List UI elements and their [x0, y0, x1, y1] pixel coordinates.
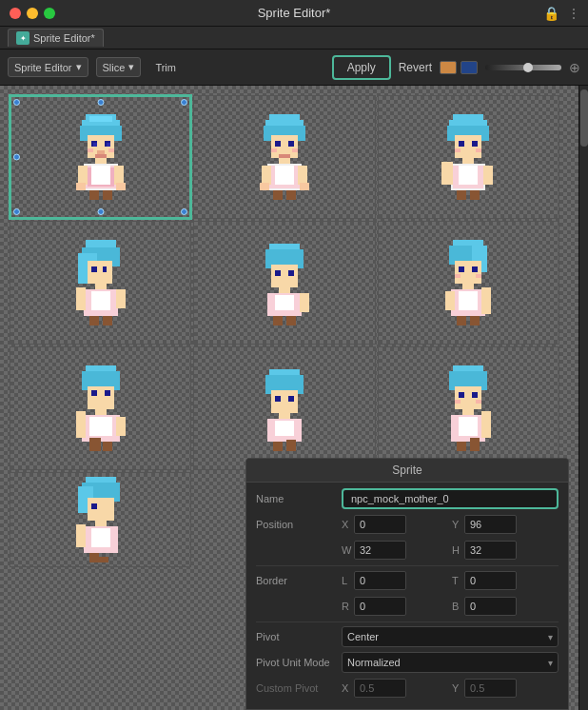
pivot-unit-row: Pivot Unit Mode Normalized ▾ [256, 652, 559, 673]
svg-rect-10 [95, 154, 107, 158]
tab-bar: ✦ Sprite Editor* [0, 27, 588, 49]
trim-button[interactable]: Trim [148, 58, 183, 77]
svg-rect-30 [279, 154, 290, 158]
svg-rect-106 [76, 411, 86, 438]
border-l-input[interactable] [354, 571, 406, 590]
sprite-cell-0[interactable] [10, 95, 191, 219]
position-row: Position X Y [256, 514, 559, 535]
svg-rect-9 [97, 150, 105, 154]
sprite-8-svg [438, 365, 499, 451]
sprite-3-container [10, 222, 190, 344]
canvas-area[interactable]: Sprite Name Position X [0, 86, 578, 710]
sprite-cell-4[interactable] [193, 221, 375, 345]
pivot-unit-label: Pivot Unit Mode [256, 657, 342, 668]
color-box-1[interactable] [440, 61, 457, 74]
custom-pivot-x-input[interactable] [354, 679, 406, 698]
border-b-pair: B [452, 597, 559, 616]
svg-rect-42 [286, 190, 296, 200]
svg-rect-20 [76, 183, 86, 190]
sprite-9-container [10, 473, 190, 566]
svg-rect-57 [457, 190, 466, 200]
sprite-cell-9[interactable] [10, 472, 191, 567]
pivot-row: Pivot Center ▾ [256, 626, 559, 647]
sprite-cell-7[interactable] [193, 346, 375, 470]
name-input[interactable] [342, 488, 559, 509]
svg-rect-31 [271, 148, 277, 152]
scrollbar-thumb[interactable] [580, 89, 588, 147]
pos-x-label: X [342, 519, 351, 530]
custom-pivot-y-input[interactable] [464, 679, 517, 698]
border-l-label: L [342, 575, 351, 586]
svg-rect-103 [95, 409, 107, 415]
pos-h-input[interactable] [464, 541, 517, 560]
slice-dropdown[interactable]: Slice ▾ [96, 57, 142, 77]
color-box-2[interactable] [461, 61, 478, 74]
maximize-button[interactable] [44, 8, 55, 19]
svg-rect-17 [91, 166, 110, 185]
zoom-icon: ⊕ [569, 60, 580, 75]
sprite-cell-6[interactable] [10, 346, 191, 470]
svg-rect-33 [279, 158, 290, 164]
border-b-input[interactable] [464, 597, 517, 616]
sprite-7-container [194, 347, 374, 469]
svg-rect-49 [455, 148, 461, 152]
svg-rect-70 [89, 316, 99, 325]
svg-rect-32 [292, 148, 298, 152]
pivot-unit-select[interactable]: Normalized ▾ [342, 652, 559, 673]
svg-rect-8 [107, 143, 110, 147]
close-button[interactable] [10, 8, 21, 19]
pos-w-input[interactable] [354, 541, 406, 560]
custom-pivot-y-label: Y [452, 682, 461, 694]
svg-rect-81 [273, 316, 283, 325]
svg-rect-88 [472, 266, 478, 272]
tab-sprite-editor[interactable]: ✦ Sprite Editor* [8, 29, 104, 47]
pivot-label: Pivot [256, 631, 342, 642]
props-body: Name Position X Y [246, 483, 568, 709]
size-fields: W H [342, 541, 559, 560]
svg-rect-7 [93, 143, 97, 147]
pos-h-pair: H [452, 541, 559, 560]
revert-button[interactable]: Revert [399, 61, 432, 74]
sprite-cell-8[interactable] [378, 346, 559, 470]
pos-x-input[interactable] [354, 515, 406, 534]
pos-y-input[interactable] [464, 515, 517, 534]
pivot-select[interactable]: Center ▾ [342, 626, 559, 647]
sprite-6-container [10, 347, 190, 469]
pivot-unit-select-arrow: ▾ [548, 658, 553, 668]
svg-rect-3 [89, 116, 112, 122]
svg-rect-89 [455, 274, 461, 278]
title-icons: 🔒 ⋮ [543, 6, 580, 21]
svg-rect-137 [91, 503, 97, 509]
zoom-slider-thumb [523, 63, 533, 72]
minimize-button[interactable] [27, 8, 38, 19]
zoom-slider[interactable] [485, 65, 561, 70]
sprite-1-svg [254, 114, 315, 200]
sprite-0-svg [70, 114, 131, 200]
editor-dropdown[interactable]: Sprite Editor ▾ [8, 57, 88, 77]
apply-button[interactable]: Apply [332, 55, 391, 80]
svg-rect-143 [99, 557, 108, 562]
svg-rect-117 [275, 421, 294, 436]
svg-rect-96 [457, 316, 466, 325]
border-r-input[interactable] [354, 597, 406, 616]
svg-rect-69 [116, 289, 126, 308]
custom-pivot-x-label: X [342, 682, 351, 694]
svg-rect-28 [275, 141, 281, 147]
sprite-cell-3[interactable] [10, 221, 191, 345]
svg-rect-36 [275, 166, 294, 185]
svg-rect-11 [88, 148, 93, 152]
vertical-scrollbar[interactable] [578, 86, 588, 710]
svg-rect-108 [89, 438, 101, 451]
sprite-cell-1[interactable] [193, 95, 375, 219]
editor-dropdown-arrow: ▾ [76, 61, 82, 73]
svg-rect-56 [483, 166, 493, 185]
sprite-cell-5[interactable] [378, 221, 559, 345]
sprite-4-container [194, 222, 374, 344]
pivot-unit-select-value: Normalized [347, 657, 401, 668]
svg-rect-76 [288, 270, 294, 276]
border-t-input[interactable] [464, 571, 517, 590]
anchor-ml [13, 154, 20, 161]
svg-rect-87 [459, 266, 464, 272]
svg-rect-64 [103, 266, 107, 272]
sprite-cell-2[interactable] [378, 95, 559, 219]
